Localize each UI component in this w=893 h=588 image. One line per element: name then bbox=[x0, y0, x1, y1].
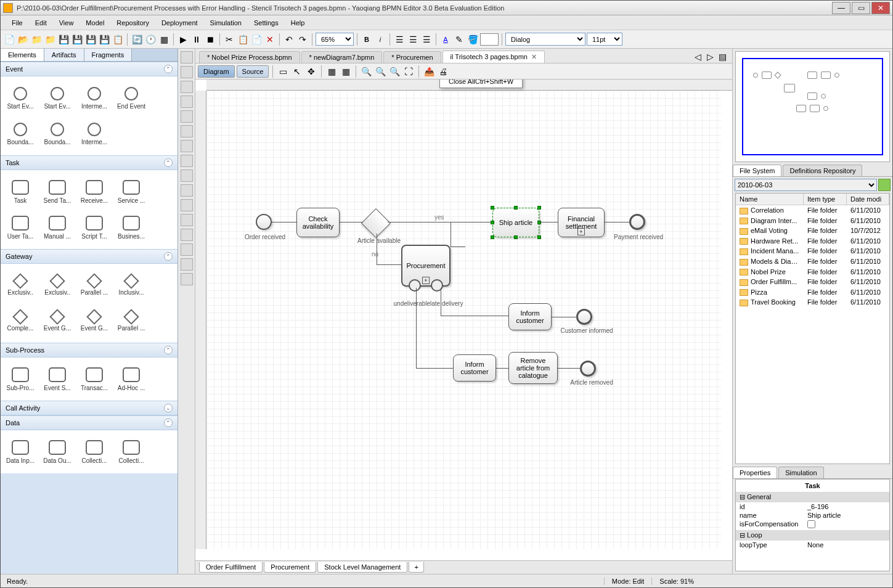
vtb-icon[interactable] bbox=[181, 81, 193, 93]
palette-item[interactable]: Event G... bbox=[40, 304, 75, 338]
boundary-event-icon[interactable] bbox=[409, 279, 421, 292]
zoomin-icon[interactable]: 🔍 bbox=[360, 65, 372, 78]
align-left-icon[interactable]: ☰ bbox=[393, 33, 406, 46]
menu-repository[interactable]: Repository bbox=[110, 17, 155, 28]
vtb-icon[interactable] bbox=[181, 214, 193, 226]
fontsize-select[interactable]: 11pt bbox=[587, 33, 622, 46]
start-event[interactable] bbox=[256, 214, 272, 230]
menu-settings[interactable]: Settings bbox=[248, 17, 285, 28]
path-select[interactable]: 2010-06-03 bbox=[735, 179, 877, 191]
tab-elements[interactable]: Elements bbox=[1, 49, 44, 61]
file-row[interactable]: CorrelationFile folder6/11/2010 bbox=[736, 205, 889, 216]
color-swatch[interactable] bbox=[480, 33, 499, 46]
doc-tab[interactable]: * newDiagram7.bpmn bbox=[301, 51, 383, 63]
snapgrid-icon[interactable]: ▦ bbox=[325, 65, 338, 78]
palette-item[interactable]: Busines... bbox=[114, 211, 149, 244]
palette-item[interactable]: Data Ou... bbox=[40, 435, 75, 468]
palette-item[interactable]: Start Ev... bbox=[3, 81, 38, 115]
file-row[interactable]: PizzaFile folder6/11/2010 bbox=[736, 287, 889, 298]
grid-icon[interactable]: ▦ bbox=[158, 33, 170, 46]
tab-definitions-repo[interactable]: Definitions Repository bbox=[783, 165, 862, 176]
maximize-button[interactable]: ▭ bbox=[852, 2, 870, 14]
zoomfit-icon[interactable]: ⛶ bbox=[402, 65, 415, 78]
palette-item[interactable]: Sub-Pro... bbox=[3, 362, 38, 396]
align-center-icon[interactable]: ☰ bbox=[407, 33, 419, 46]
palette-item[interactable]: Bounda... bbox=[40, 117, 75, 150]
prop-section[interactable]: ⊟ General bbox=[736, 492, 889, 502]
file-list[interactable]: Name Item type Date modi CorrelationFile… bbox=[735, 193, 890, 464]
grid2-icon[interactable]: ▦ bbox=[340, 65, 352, 78]
bottom-tab[interactable]: Stock Level Management bbox=[317, 562, 407, 573]
vtb-icon[interactable] bbox=[181, 125, 193, 137]
file-row[interactable]: Incident Mana...File folder6/11/2010 bbox=[736, 246, 889, 256]
task-inform-customer-1[interactable]: Inform customer bbox=[508, 303, 552, 330]
palette-item[interactable]: Collecti... bbox=[114, 435, 149, 468]
subtab-diagram[interactable]: Diagram bbox=[198, 65, 235, 78]
checkbox[interactable] bbox=[807, 520, 815, 528]
palette-item[interactable]: Interme... bbox=[77, 81, 112, 115]
save3-icon[interactable]: 💾 bbox=[84, 33, 97, 46]
category-header[interactable]: Task⌃ bbox=[1, 155, 177, 170]
vtb-icon[interactable] bbox=[181, 51, 193, 63]
boundary-event-icon[interactable] bbox=[431, 279, 443, 292]
prop-section[interactable]: ⊟ Loop bbox=[736, 530, 889, 541]
bold-icon[interactable]: B bbox=[361, 33, 373, 46]
file-row[interactable]: Models & Diag...File folder6/11/2010 bbox=[736, 256, 889, 267]
menu-simulation[interactable]: Simulation bbox=[204, 17, 248, 28]
palette-item[interactable]: Task bbox=[3, 175, 38, 208]
fontcolor-icon[interactable]: A bbox=[439, 33, 452, 46]
stop-icon[interactable]: ⏹ bbox=[204, 33, 216, 46]
file-row[interactable]: Travel BookingFile folder6/11/2010 bbox=[736, 297, 889, 308]
prop-row[interactable]: loopTypeNone bbox=[736, 541, 889, 549]
col-type[interactable]: Item type bbox=[804, 194, 847, 205]
palette-item[interactable]: Comple... bbox=[3, 304, 38, 338]
minimize-button[interactable]: — bbox=[832, 2, 850, 14]
task-ship-article[interactable]: Ship article bbox=[492, 208, 539, 237]
save2-icon[interactable]: 💾 bbox=[71, 33, 83, 46]
end-event-payment[interactable] bbox=[629, 214, 645, 230]
paste-icon[interactable]: 📄 bbox=[250, 33, 263, 46]
menu-model[interactable]: Model bbox=[80, 17, 110, 28]
bottom-tab[interactable]: Order Fulfillment bbox=[199, 562, 263, 573]
pointer-icon[interactable]: ↖ bbox=[291, 65, 303, 78]
close-tab-icon[interactable]: ✕ bbox=[531, 53, 537, 60]
palette-item[interactable]: Bounda... bbox=[3, 117, 38, 150]
print-icon[interactable]: 🖨 bbox=[437, 65, 449, 78]
tab-prev-icon[interactable]: ◁ bbox=[691, 51, 704, 63]
file-row[interactable]: Diagram Inter...File folder6/11/2010 bbox=[736, 216, 889, 226]
task-remove-article[interactable]: Remove article from calatogue bbox=[508, 352, 558, 384]
pan-icon[interactable]: ✥ bbox=[305, 65, 317, 78]
palette-item[interactable]: User Ta... bbox=[3, 211, 38, 244]
palette-item[interactable]: Script T... bbox=[77, 211, 112, 244]
palette-item[interactable]: Event S... bbox=[40, 362, 75, 396]
category-header[interactable]: Event⌃ bbox=[1, 62, 177, 76]
vtb-icon[interactable] bbox=[181, 140, 193, 152]
prop-value[interactable]: None bbox=[807, 541, 886, 549]
category-header[interactable]: Call Activity⌄ bbox=[1, 401, 177, 415]
tab-menu-icon[interactable]: ▤ bbox=[716, 51, 728, 63]
overview-panel[interactable] bbox=[735, 51, 890, 162]
hilite-icon[interactable]: ✎ bbox=[453, 33, 465, 46]
tab-properties[interactable]: Properties bbox=[733, 467, 777, 478]
vtb-icon[interactable] bbox=[181, 96, 193, 108]
prop-row[interactable]: isForCompensation bbox=[736, 520, 889, 530]
menu-deployment[interactable]: Deployment bbox=[155, 17, 204, 28]
end-event-customer-informed[interactable] bbox=[576, 309, 592, 325]
new-icon[interactable]: 📄 bbox=[3, 33, 15, 46]
end-event-article-removed[interactable] bbox=[580, 361, 596, 377]
palette-item[interactable]: Ad-Hoc ... bbox=[114, 362, 149, 396]
open2-icon[interactable]: 📁 bbox=[30, 33, 43, 46]
palette-item[interactable]: Data Inp... bbox=[3, 435, 38, 468]
file-row[interactable]: eMail VotingFile folder10/7/2012 bbox=[736, 226, 889, 236]
pause-icon[interactable]: ⏸ bbox=[190, 33, 203, 46]
reload-icon[interactable]: 🔄 bbox=[131, 33, 143, 46]
zoomreset-icon[interactable]: 🔍 bbox=[388, 65, 401, 78]
subprocess-procurement[interactable]: Procurement + bbox=[401, 245, 451, 287]
menu-help[interactable]: Help bbox=[285, 17, 311, 28]
file-row[interactable]: Order Fulfillm...File folder6/11/2010 bbox=[736, 277, 889, 287]
palette-item[interactable]: Parallel ... bbox=[77, 269, 112, 302]
prop-value[interactable]: _6-196 bbox=[807, 503, 886, 510]
palette-item[interactable]: Event G... bbox=[77, 304, 112, 338]
tab-artifacts[interactable]: Artifacts bbox=[44, 49, 84, 61]
zoom-select[interactable]: 65% bbox=[316, 33, 354, 46]
